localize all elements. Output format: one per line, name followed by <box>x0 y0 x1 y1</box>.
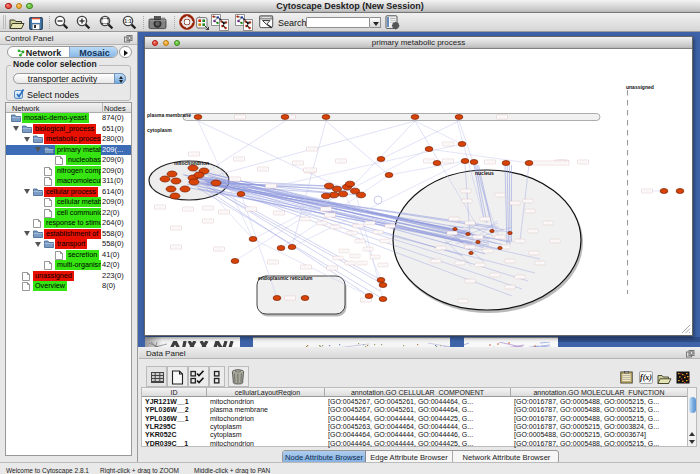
svg-text:1:1: 1:1 <box>124 18 132 24</box>
svg-text:nucleus: nucleus <box>475 170 494 176</box>
svg-text:mitochondrion: mitochondrion <box>174 160 209 166</box>
svg-text:unassigned: unassigned <box>626 84 654 90</box>
svg-text:plasma membrane: plasma membrane <box>147 112 191 118</box>
svg-text:f(x): f(x) <box>640 373 652 382</box>
svg-text:endoplasmic reticulum: endoplasmic reticulum <box>258 275 313 281</box>
svg-text:cytoplasm: cytoplasm <box>147 127 172 133</box>
